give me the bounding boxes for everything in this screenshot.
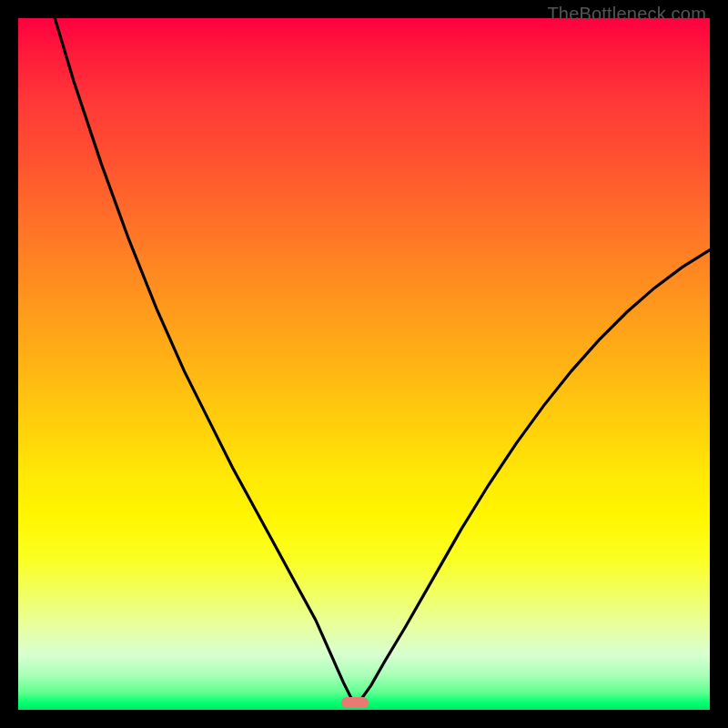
curve-right-branch [359,250,710,703]
plot-area [18,18,710,710]
bottleneck-curve [18,18,710,710]
chart-frame: TheBottleneck.com [0,0,728,728]
watermark-text: TheBottleneck.com [547,4,706,25]
curve-left-branch [55,18,353,703]
minimum-marker [341,697,369,708]
